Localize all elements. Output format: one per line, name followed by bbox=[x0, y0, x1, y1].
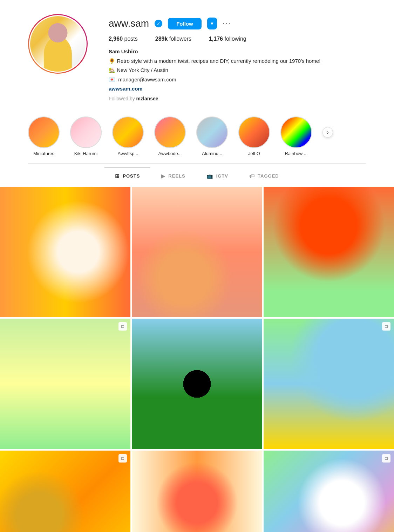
highlights-next-button[interactable]: › bbox=[322, 127, 333, 138]
photo-cell-6[interactable]: □ bbox=[264, 319, 394, 449]
tagged-icon: 🏷 bbox=[249, 173, 255, 179]
email-text: manager@awwsam.com bbox=[118, 77, 176, 82]
followers-stat[interactable]: 289k followers bbox=[155, 36, 191, 42]
followed-by-label: Followed by bbox=[109, 96, 135, 101]
profile-info: aww.sam ✓ Follow ▾ ··· 2,960 posts 289k … bbox=[109, 14, 366, 102]
reels-icon: ▶ bbox=[161, 173, 165, 179]
posts-stat[interactable]: 2,960 posts bbox=[109, 36, 138, 42]
posts-count: 2,960 bbox=[109, 36, 123, 42]
following-stat[interactable]: 1,176 following bbox=[209, 36, 246, 42]
photo-cell-2[interactable] bbox=[132, 187, 262, 317]
following-count: 1,176 bbox=[209, 36, 223, 42]
profile-divider bbox=[28, 163, 366, 164]
bio-website[interactable]: awwsam.com bbox=[109, 85, 366, 93]
sun-emoji: 🌻 bbox=[109, 58, 115, 64]
verified-badge: ✓ bbox=[155, 20, 162, 27]
photo-cell-3[interactable] bbox=[264, 187, 394, 317]
username: aww.sam bbox=[109, 18, 149, 29]
highlight-circle-miniatures bbox=[28, 117, 60, 148]
highlight-item-kiki[interactable]: Kiki Harumi bbox=[70, 117, 102, 156]
photo-cell-5[interactable] bbox=[132, 319, 262, 449]
highlight-item-aluminu[interactable]: Aluminu... bbox=[196, 117, 228, 156]
tab-igtv[interactable]: 📺 IGTV bbox=[196, 167, 239, 185]
igtv-icon: 📺 bbox=[206, 173, 213, 179]
stats-row: 2,960 posts 289k followers 1,176 followi… bbox=[109, 36, 366, 42]
tab-posts[interactable]: ⊞ POSTS bbox=[104, 167, 150, 185]
highlight-label-kiki: Kiki Harumi bbox=[74, 151, 97, 156]
highlight-item-awwffs[interactable]: Awwffsp... bbox=[112, 117, 144, 156]
multi-post-badge-4: □ bbox=[118, 322, 127, 331]
bio-name: Sam Ushiro bbox=[109, 48, 366, 56]
bio-location: 🏡 New York City / Austin bbox=[109, 66, 366, 74]
posts-label: posts bbox=[124, 36, 138, 42]
next-arrow-icon: › bbox=[327, 129, 328, 135]
multi-post-badge-9: □ bbox=[382, 454, 390, 463]
photo-cell-4[interactable]: □ bbox=[0, 319, 130, 449]
highlight-circle-rainbow bbox=[280, 117, 312, 148]
bio-email: 💌: manager@awwsam.com bbox=[109, 76, 366, 84]
photo-cell-7[interactable]: □ bbox=[0, 451, 130, 532]
more-options-button[interactable]: ··· bbox=[223, 19, 231, 28]
multi-post-badge-7: □ bbox=[118, 454, 127, 463]
highlight-label-aluminu: Aluminu... bbox=[202, 151, 222, 156]
highlight-label-miniatures: Miniatures bbox=[33, 151, 54, 156]
heart-emoji: 💌 bbox=[109, 77, 115, 82]
posts-icon: ⊞ bbox=[115, 173, 120, 179]
highlight-circle-aluminu bbox=[196, 117, 228, 148]
highlight-label-awwffs: Awwffsp... bbox=[118, 151, 138, 156]
dropdown-button[interactable]: ▾ bbox=[207, 18, 217, 29]
highlight-label-jello: Jell-O bbox=[248, 151, 260, 156]
avatar bbox=[30, 16, 86, 72]
chevron-down-icon: ▾ bbox=[211, 20, 213, 27]
tab-igtv-label: IGTV bbox=[216, 173, 228, 179]
highlight-circle-jello bbox=[238, 117, 270, 148]
followers-count: 289k bbox=[155, 36, 168, 42]
photo-cell-9[interactable]: □ bbox=[264, 451, 394, 532]
bio-description-text: Retro style with a modern twist, recipes… bbox=[117, 58, 320, 64]
highlight-item-rainbow[interactable]: Rainbow ... bbox=[280, 117, 312, 156]
highlight-circle-awwbode bbox=[154, 117, 186, 148]
highlight-circle-kiki bbox=[70, 117, 102, 148]
following-label: following bbox=[224, 36, 246, 42]
multi-post-badge-6: □ bbox=[382, 322, 390, 331]
followed-by: Followed by mzlansee bbox=[109, 95, 366, 102]
tab-tagged[interactable]: 🏷 TAGGED bbox=[239, 167, 290, 185]
highlight-item-jello[interactable]: Jell-O bbox=[238, 117, 270, 156]
highlight-item-miniatures[interactable]: Miniatures bbox=[28, 117, 60, 156]
profile-section: aww.sam ✓ Follow ▾ ··· 2,960 posts 289k … bbox=[0, 0, 394, 109]
avatar-inner bbox=[29, 15, 87, 73]
bio-description: 🌻 Retro style with a modern twist, recip… bbox=[109, 57, 366, 65]
profile-top-row: aww.sam ✓ Follow ▾ ··· bbox=[109, 18, 366, 29]
house-emoji: 🏡 bbox=[109, 67, 115, 73]
location-text: New York City / Austin bbox=[117, 67, 168, 73]
follow-button[interactable]: Follow bbox=[168, 18, 202, 29]
avatar-wrapper[interactable] bbox=[28, 14, 88, 74]
tab-reels[interactable]: ▶ REELS bbox=[150, 167, 196, 185]
highlight-label-rainbow: Rainbow ... bbox=[285, 151, 307, 156]
followers-label: followers bbox=[169, 36, 191, 42]
photo-cell-1[interactable] bbox=[0, 187, 130, 317]
tab-posts-label: POSTS bbox=[123, 173, 140, 179]
highlight-label-awwbode: Awwbode... bbox=[158, 151, 182, 156]
highlight-circle-awwffs bbox=[112, 117, 144, 148]
photo-grid: □ □ □ □ bbox=[0, 185, 394, 532]
tabs-row: ⊞ POSTS ▶ REELS 📺 IGTV 🏷 TAGGED bbox=[0, 167, 394, 185]
photo-cell-8[interactable] bbox=[132, 451, 262, 532]
tab-tagged-label: TAGGED bbox=[258, 173, 279, 179]
tab-reels-label: REELS bbox=[168, 173, 185, 179]
bio-section: Sam Ushiro 🌻 Retro style with a modern t… bbox=[109, 48, 366, 102]
highlights-section: Miniatures Kiki Harumi Awwffsp... Awwbod… bbox=[0, 109, 394, 160]
followed-by-user[interactable]: mzlansee bbox=[136, 96, 158, 101]
highlight-item-awwbode[interactable]: Awwbode... bbox=[154, 117, 186, 156]
